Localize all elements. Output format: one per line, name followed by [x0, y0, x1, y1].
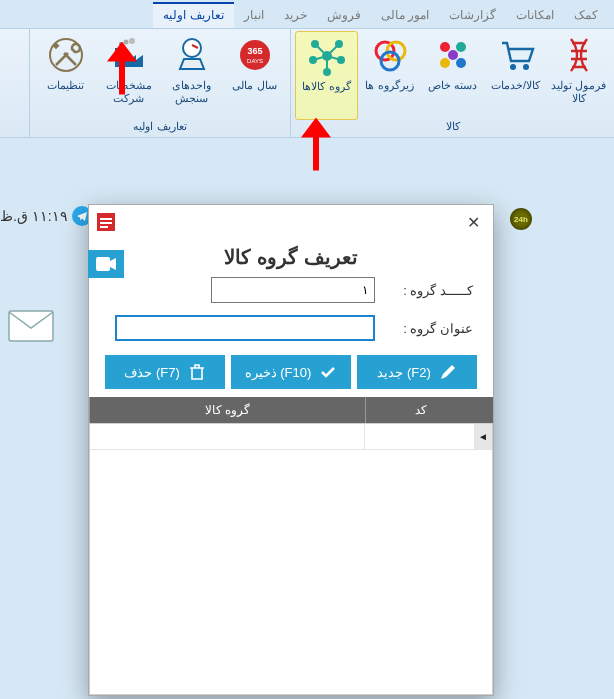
- svg-point-4: [440, 58, 450, 68]
- camera-icon[interactable]: [88, 250, 124, 278]
- ribbon-settings[interactable]: تنظیمات: [34, 31, 97, 120]
- grid-header: کد گروه کالا: [89, 397, 493, 423]
- clock-area: ۱۱:۱۹ ق.ظ: [0, 206, 92, 226]
- tab-help[interactable]: کمک: [564, 4, 608, 28]
- dialog-title: تعریف گروه کالا: [89, 239, 493, 271]
- svg-point-0: [510, 64, 516, 70]
- code-input[interactable]: [211, 277, 375, 303]
- svg-point-17: [335, 40, 343, 48]
- tools-icon: [46, 35, 86, 75]
- svg-point-1: [523, 64, 529, 70]
- svg-point-2: [440, 42, 450, 52]
- grid-body[interactable]: ◄: [89, 423, 493, 695]
- tab-initial-definitions[interactable]: تعاریف اولیه: [153, 2, 233, 28]
- svg-rect-29: [52, 42, 59, 49]
- row-indicator-icon: ◄: [474, 424, 492, 449]
- tab-sales[interactable]: فروش: [317, 4, 371, 28]
- tab-reports[interactable]: گزارشات: [439, 4, 506, 28]
- define-goods-group-dialog: ✕ تعریف گروه کالا کـــــد گروه : عنوان گ…: [88, 204, 494, 696]
- ribbon-goods-services[interactable]: کالا/خدمات: [484, 31, 547, 120]
- svg-point-18: [309, 56, 317, 64]
- svg-rect-30: [9, 311, 53, 341]
- grid-col-group[interactable]: گروه کالا: [89, 397, 365, 423]
- scale-icon: [172, 35, 212, 75]
- delete-button[interactable]: (F7) حذف: [105, 355, 225, 389]
- trash-icon: [188, 363, 206, 381]
- svg-rect-33: [100, 218, 112, 220]
- svg-point-16: [311, 40, 319, 48]
- tab-purchase[interactable]: خرید: [274, 4, 317, 28]
- svg-point-15: [322, 51, 332, 61]
- svg-point-6: [448, 50, 458, 60]
- svg-point-5: [456, 58, 466, 68]
- tab-facilities[interactable]: امکانات: [506, 4, 564, 28]
- svg-rect-34: [100, 222, 112, 224]
- code-label: کـــــد گروه :: [383, 283, 473, 298]
- ribbon-group-goods-label: کالا: [295, 120, 610, 135]
- dialog-app-icon: [97, 213, 115, 231]
- ribbon-group-initial-label: تعاریف اولیه: [34, 120, 286, 135]
- dna-icon: [559, 35, 599, 75]
- annotation-arrow-ribbon: [298, 118, 334, 178]
- svg-rect-31: [96, 257, 110, 271]
- grid-col-code[interactable]: کد: [365, 397, 475, 423]
- dialog-close-button[interactable]: ✕: [461, 210, 485, 234]
- dots-colorful-icon: [433, 35, 473, 75]
- ribbon-fiscal-year[interactable]: 365DAYS سال مالی: [223, 31, 286, 120]
- ribbon-subgroups[interactable]: زیرگروه ها: [358, 31, 421, 120]
- mail-icon[interactable]: [8, 310, 54, 345]
- grid-row[interactable]: ◄: [90, 424, 492, 450]
- svg-point-24: [183, 39, 201, 57]
- name-label: عنوان گروه :: [383, 321, 473, 336]
- check-icon: [319, 363, 337, 381]
- tab-finance[interactable]: امور مالی: [371, 4, 439, 28]
- ribbon-goods-groups[interactable]: گروه کالاها: [295, 31, 358, 120]
- clock-text: ۱۱:۱۹ ق.ظ: [0, 208, 68, 224]
- svg-point-3: [456, 42, 466, 52]
- name-input[interactable]: [115, 315, 375, 341]
- svg-text:DAYS: DAYS: [247, 58, 263, 64]
- new-button[interactable]: (F2) جدید: [357, 355, 477, 389]
- save-button[interactable]: (F10) ذخیره: [231, 355, 351, 389]
- ribbon-production-formula[interactable]: فرمول تولید کالا: [547, 31, 610, 120]
- svg-text:365: 365: [247, 46, 262, 56]
- cart-icon: [496, 35, 536, 75]
- rings-icon: [370, 35, 410, 75]
- support-24h-icon[interactable]: 24h: [510, 208, 532, 230]
- annotation-arrow-tab: [104, 42, 140, 102]
- svg-point-20: [323, 68, 331, 76]
- svg-point-19: [337, 56, 345, 64]
- tab-warehouse[interactable]: انبار: [234, 4, 274, 28]
- pencil-icon: [439, 363, 457, 381]
- ribbon-measure-units[interactable]: واحدهای سنجش: [160, 31, 223, 120]
- calendar-365-icon: 365DAYS: [235, 35, 275, 75]
- network-icon: [307, 36, 347, 76]
- svg-rect-35: [100, 226, 108, 228]
- ribbon-special-category[interactable]: دسته خاص: [421, 31, 484, 120]
